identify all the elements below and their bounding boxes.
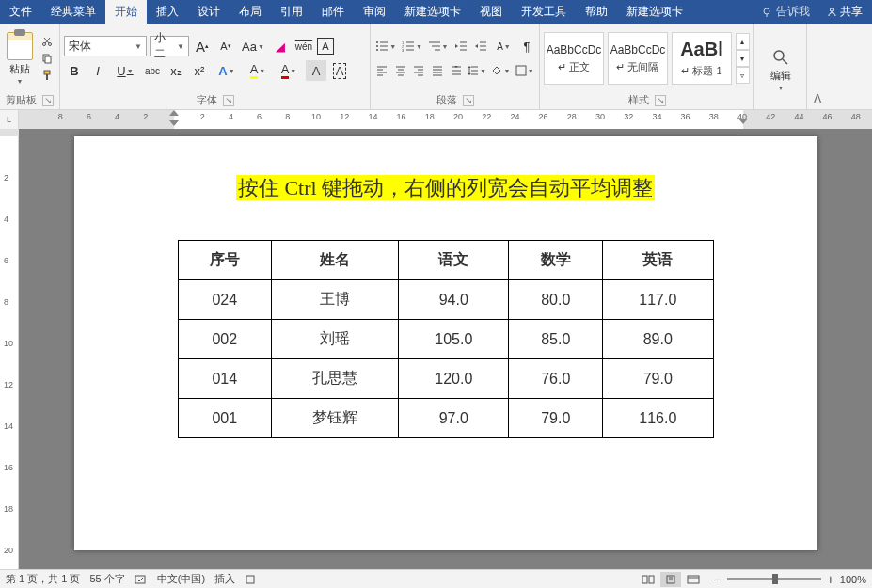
- text-effects-button[interactable]: A▼: [213, 60, 241, 81]
- shrink-font-button[interactable]: A▾: [215, 36, 236, 56]
- borders-button[interactable]: ▼: [515, 60, 535, 81]
- table-row[interactable]: 001梦钰辉97.079.0116.0: [178, 399, 713, 438]
- table-cell[interactable]: 002: [178, 320, 272, 359]
- distribute-button[interactable]: [448, 60, 464, 81]
- styles-more[interactable]: ▿: [736, 67, 750, 84]
- change-case-button[interactable]: Aa▼: [239, 36, 267, 56]
- enclose-char-button[interactable]: A: [317, 38, 334, 55]
- menu-tab-8[interactable]: 审阅: [354, 0, 395, 24]
- document-canvas[interactable]: 按住 Ctrl 键拖动，右侧的列宽会自动平均调整 序号姓名语文数学英语 024王…: [19, 129, 872, 569]
- table-header[interactable]: 序号: [178, 241, 272, 280]
- strike-button[interactable]: abc: [142, 60, 163, 81]
- styles-down[interactable]: ▾: [736, 50, 750, 67]
- tab-selector[interactable]: L: [0, 110, 19, 129]
- table-header[interactable]: 语文: [399, 241, 509, 280]
- table-cell[interactable]: 王博: [272, 280, 399, 320]
- align-center-button[interactable]: [393, 60, 409, 81]
- menu-tab-10[interactable]: 视图: [470, 0, 512, 24]
- italic-button[interactable]: I: [87, 60, 108, 81]
- table-cell[interactable]: 120.0: [399, 359, 509, 399]
- horizontal-ruler[interactable]: 8642246810121416182022242628303234363840…: [19, 110, 872, 129]
- highlight-button[interactable]: A▼: [244, 60, 272, 81]
- zoom-value[interactable]: 100%: [840, 574, 866, 585]
- para-launcher[interactable]: ↘: [463, 95, 474, 106]
- line-spacing-button[interactable]: ▼: [467, 60, 487, 81]
- font-name-combo[interactable]: 宋体▼: [64, 36, 147, 56]
- menu-tab-1[interactable]: 经典菜单: [41, 0, 105, 24]
- table-cell[interactable]: 014: [178, 359, 272, 399]
- web-view-button[interactable]: [683, 572, 704, 587]
- macro-icon[interactable]: [245, 574, 256, 585]
- word-count[interactable]: 55 个字: [89, 572, 124, 586]
- increase-indent-button[interactable]: [472, 36, 489, 56]
- table-header[interactable]: 数学: [509, 241, 603, 280]
- zoom-in-button[interactable]: +: [827, 572, 834, 587]
- insert-mode[interactable]: 插入: [214, 572, 235, 586]
- decrease-indent-button[interactable]: [452, 36, 469, 56]
- language-status[interactable]: 中文(中国): [157, 572, 205, 586]
- spellcheck-icon[interactable]: [135, 574, 148, 585]
- menu-tab-5[interactable]: 布局: [230, 0, 271, 24]
- shading-button[interactable]: ▼: [490, 60, 511, 81]
- clear-format-button[interactable]: ◢: [270, 36, 291, 56]
- menu-tab-12[interactable]: 帮助: [576, 0, 617, 24]
- table-header[interactable]: 姓名: [272, 241, 399, 280]
- copy-button[interactable]: [39, 51, 55, 66]
- share-button[interactable]: 共享: [817, 4, 872, 20]
- menu-tab-2[interactable]: 开始: [105, 0, 147, 24]
- numbering-button[interactable]: 123▼: [401, 36, 424, 56]
- table-header[interactable]: 英语: [603, 241, 713, 280]
- text-direction-button[interactable]: A▼: [492, 36, 515, 56]
- style-tile-0[interactable]: AaBbCcDc↵ 正文: [544, 32, 604, 85]
- table-cell[interactable]: 76.0: [509, 359, 603, 399]
- table-cell[interactable]: 97.0: [399, 399, 509, 438]
- first-line-indent[interactable]: [169, 110, 179, 127]
- table-cell[interactable]: 梦钰辉: [272, 399, 399, 438]
- table-row[interactable]: 014孔思慧120.076.079.0: [178, 359, 713, 399]
- char-border-button[interactable]: A: [329, 60, 350, 81]
- table-cell[interactable]: 94.0: [399, 280, 509, 320]
- table-cell[interactable]: 79.0: [603, 359, 713, 399]
- table-row[interactable]: 024王博94.080.0117.0: [178, 280, 713, 320]
- grow-font-button[interactable]: A▴: [192, 36, 213, 56]
- align-right-button[interactable]: [411, 60, 427, 81]
- phonetic-button[interactable]: wén: [293, 36, 314, 56]
- menu-tab-3[interactable]: 插入: [147, 0, 188, 24]
- zoom-slider[interactable]: [727, 578, 821, 580]
- paste-button[interactable]: 粘贴 ▼: [4, 32, 35, 85]
- table-cell[interactable]: 80.0: [509, 280, 603, 320]
- superscript-button[interactable]: x²: [189, 60, 210, 81]
- table-cell[interactable]: 117.0: [603, 280, 713, 320]
- cut-button[interactable]: [39, 34, 55, 49]
- table-cell[interactable]: 024: [178, 280, 272, 320]
- char-shading-button[interactable]: A: [306, 60, 326, 81]
- find-button[interactable]: 编辑 ▼: [770, 48, 791, 91]
- print-view-button[interactable]: [660, 572, 681, 587]
- data-table[interactable]: 序号姓名语文数学英语 024王博94.080.0117.0002刘瑶105.08…: [178, 240, 714, 438]
- table-cell[interactable]: 105.0: [399, 320, 509, 359]
- clipboard-launcher[interactable]: ↘: [42, 95, 54, 106]
- style-tile-1[interactable]: AaBbCcDc↵ 无间隔: [608, 32, 668, 85]
- bold-button[interactable]: B: [64, 60, 85, 81]
- align-left-button[interactable]: [374, 60, 390, 81]
- page-status[interactable]: 第 1 页，共 1 页: [6, 572, 80, 586]
- table-cell[interactable]: 孔思慧: [272, 359, 399, 399]
- menu-tab-9[interactable]: 新建选项卡: [395, 0, 470, 24]
- menu-tab-4[interactable]: 设计: [188, 0, 230, 24]
- menu-tab-7[interactable]: 邮件: [312, 0, 354, 24]
- collapse-ribbon-button[interactable]: ᐱ: [807, 24, 828, 109]
- read-view-button[interactable]: [638, 572, 658, 587]
- menu-tab-13[interactable]: 新建选项卡: [617, 0, 692, 24]
- subscript-button[interactable]: x₂: [166, 60, 186, 81]
- table-cell[interactable]: 85.0: [509, 320, 603, 359]
- multilevel-button[interactable]: ▼: [426, 36, 450, 56]
- underline-button[interactable]: U▼: [111, 60, 139, 81]
- style-tile-2[interactable]: AaBl↵ 标题 1: [672, 32, 732, 85]
- format-painter-button[interactable]: [39, 68, 55, 83]
- zoom-out-button[interactable]: −: [713, 572, 721, 587]
- table-cell[interactable]: 刘瑶: [272, 320, 399, 359]
- table-cell[interactable]: 001: [178, 399, 272, 438]
- font-size-combo[interactable]: 小二▼: [150, 36, 189, 56]
- font-launcher[interactable]: ↘: [223, 95, 234, 106]
- menu-tab-0[interactable]: 文件: [0, 0, 41, 24]
